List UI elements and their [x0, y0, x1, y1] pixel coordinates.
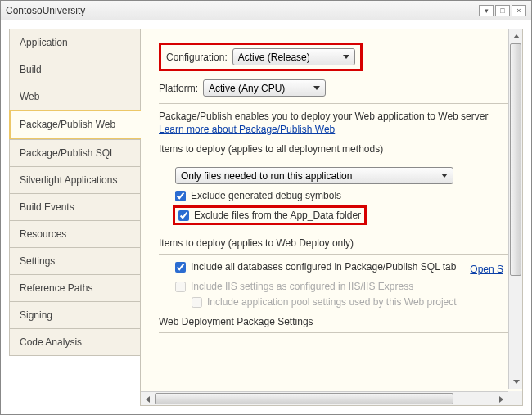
configuration-label: Configuration:: [166, 52, 228, 63]
sidebar-item-application[interactable]: Application: [9, 29, 140, 56]
include-apppool-checkbox: Include application pool settings used b…: [192, 296, 508, 308]
exclude-appdata-checkbox[interactable]: Exclude files from the App_Data folder: [178, 210, 361, 221]
description-text: Package/Publish enables you to deploy yo…: [159, 111, 508, 122]
sidebar-item-settings[interactable]: Settings: [9, 247, 140, 274]
sidebar-item-reference-paths[interactable]: Reference Paths: [9, 274, 140, 301]
exclude-debug-label: Exclude generated debug symbols: [191, 190, 341, 201]
web-deploy-pkg-heading: Web Deployment Package Settings: [159, 316, 508, 327]
platform-value: Active (Any CPU): [209, 83, 309, 94]
deploy-mode-value: Only files needed to run this applicatio…: [181, 170, 436, 182]
sidebar-item-silverlight[interactable]: Silverlight Applications: [9, 166, 140, 193]
include-db-label: Include all databases configured in Pack…: [191, 261, 456, 273]
vscroll-thumb[interactable]: [510, 43, 521, 276]
exclude-debug-input[interactable]: [175, 191, 186, 201]
open-sql-link[interactable]: Open S: [470, 264, 503, 275]
configuration-highlight: Configuration: Active (Release): [159, 43, 363, 71]
main-panel: Configuration: Active (Release) Platform…: [140, 29, 523, 406]
include-iis-input: [175, 282, 186, 292]
titlebar-controls: ▾ □ ×: [479, 5, 526, 16]
chevron-down-icon: [441, 174, 448, 178]
learn-more-link[interactable]: Learn more about Package/Publish Web: [159, 124, 335, 135]
divider: [159, 160, 508, 160]
scroll-right-button[interactable]: [494, 392, 508, 406]
configuration-dropdown[interactable]: Active (Release): [232, 48, 355, 65]
include-apppool-label: Include application pool settings used b…: [207, 296, 457, 308]
items-deploy-web-heading: Items to deploy (applies to Web Deploy o…: [159, 237, 508, 249]
scroll-up-button[interactable]: [509, 29, 523, 43]
scroll-corner: [508, 391, 522, 405]
vertical-scrollbar[interactable]: [508, 29, 522, 389]
sidebar-item-build[interactable]: Build: [9, 56, 140, 83]
divider: [159, 332, 508, 333]
sidebar-item-package-publish-web[interactable]: Package/Publish Web: [9, 110, 141, 139]
vscroll-track[interactable]: [509, 43, 522, 375]
exclude-debug-checkbox[interactable]: Exclude generated debug symbols: [175, 190, 508, 201]
include-db-input[interactable]: [175, 262, 186, 273]
exclude-appdata-highlight: Exclude files from the App_Data folder: [173, 205, 367, 225]
window-title: ContosoUniversity: [6, 5, 479, 16]
platform-label: Platform:: [159, 83, 198, 94]
sidebar-item-code-analysis[interactable]: Code Analysis: [9, 328, 140, 356]
sidebar-item-build-events[interactable]: Build Events: [9, 193, 140, 220]
divider: [159, 103, 508, 104]
sidebar-item-package-publish-sql[interactable]: Package/Publish SQL: [9, 139, 140, 166]
chevron-down-icon: [343, 55, 349, 59]
exclude-appdata-label: Exclude files from the App_Data folder: [194, 210, 361, 221]
platform-dropdown[interactable]: Active (Any CPU): [203, 79, 326, 97]
sidebar-item-web[interactable]: Web: [9, 83, 140, 110]
configuration-value: Active (Release): [238, 52, 338, 63]
items-deploy-all-heading: Items to deploy (applies to all deployme…: [159, 143, 508, 155]
include-apppool-input: [192, 297, 202, 308]
exclude-appdata-input[interactable]: [178, 210, 189, 221]
close-button[interactable]: ×: [512, 5, 526, 16]
hscroll-thumb[interactable]: [155, 393, 453, 404]
divider: [159, 254, 508, 255]
hscroll-track[interactable]: [155, 392, 494, 405]
deploy-mode-dropdown[interactable]: Only files needed to run this applicatio…: [175, 167, 453, 184]
body: Application Build Web Package/Publish We…: [1, 20, 531, 414]
include-db-checkbox[interactable]: Include all databases configured in Pack…: [175, 261, 456, 273]
platform-row: Platform: Active (Any CPU): [159, 79, 508, 97]
scroll-left-button[interactable]: [141, 392, 155, 406]
include-iis-checkbox: Include IIS settings as configured in II…: [175, 281, 508, 292]
horizontal-scrollbar[interactable]: [141, 391, 508, 405]
sidebar-item-signing[interactable]: Signing: [9, 301, 140, 328]
maximize-button[interactable]: □: [495, 5, 510, 16]
titlebar: ContosoUniversity ▾ □ ×: [1, 1, 531, 20]
app-window: ContosoUniversity ▾ □ × Application Buil…: [0, 0, 532, 415]
include-iis-label: Include IIS settings as configured in II…: [191, 281, 413, 292]
dropdown-button[interactable]: ▾: [479, 5, 494, 16]
chevron-down-icon: [313, 86, 320, 90]
sidebar-item-resources[interactable]: Resources: [9, 220, 140, 247]
scroll-down-button[interactable]: [509, 375, 523, 389]
content-area: Configuration: Active (Release) Platform…: [141, 29, 508, 391]
sidebar: Application Build Web Package/Publish We…: [9, 29, 140, 406]
